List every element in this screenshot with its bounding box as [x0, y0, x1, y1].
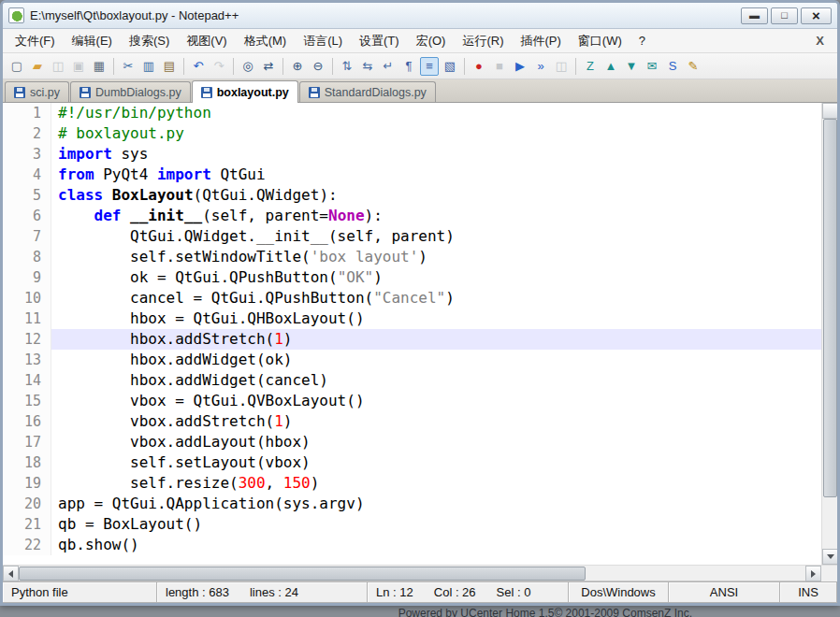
- menu-item-macro[interactable]: 宏(O): [408, 29, 455, 52]
- code-line-9[interactable]: 9 ok = QtGui.QPushButton("OK"): [3, 267, 821, 288]
- code-line-1[interactable]: 1#!/usr/bin/python: [3, 103, 821, 123]
- code-line-19[interactable]: 19 self.resize(300, 150): [3, 473, 821, 494]
- tab-boxlayout-py[interactable]: boxlayout.py: [192, 80, 298, 103]
- toolbar: ▢▰◫▣▦✂▥▤↶↷◎⇄⊕⊖⇅⇆↵¶≡▧●■▶»◫Z▲▼✉S✎: [3, 53, 837, 79]
- status-typing-mode[interactable]: INS: [779, 581, 837, 603]
- menu-item-view[interactable]: 视图(V): [178, 29, 235, 52]
- triangle-down-icon[interactable]: ▼: [622, 57, 641, 76]
- code-text: vbox = QtGui.QVBoxLayout(): [51, 391, 821, 411]
- sync-vertical-icon[interactable]: ⇅: [338, 57, 356, 76]
- redo-icon[interactable]: ↷: [210, 57, 228, 76]
- code-line-6[interactable]: 6 def __init__(self, parent=None):: [3, 206, 821, 226]
- title-bar[interactable]: E:\myself\Qt\boxlayout.py - Notepad++ ▬□…: [3, 3, 837, 29]
- code-line-14[interactable]: 14 hbox.addWidget(cancel): [3, 370, 821, 391]
- horizontal-scroll-thumb[interactable]: [19, 567, 586, 581]
- code-line-15[interactable]: 15 vbox = QtGui.QVBoxLayout(): [3, 391, 821, 411]
- vertical-scrollbar[interactable]: [821, 103, 837, 565]
- letter-s-icon[interactable]: S: [663, 57, 682, 76]
- code-line-12[interactable]: 12 hbox.addStretch(1): [3, 329, 821, 350]
- vertical-scroll-thumb[interactable]: [823, 119, 837, 497]
- menu-item-plugins[interactable]: 插件(P): [512, 29, 569, 52]
- new-file-icon[interactable]: ▢: [7, 57, 26, 76]
- code-line-16[interactable]: 16 vbox.addStretch(1): [3, 411, 821, 432]
- code-line-22[interactable]: 22qb.show(): [3, 535, 821, 555]
- code-line-5[interactable]: 5class BoxLayout(QtGui.QWidget):: [3, 185, 821, 206]
- indent-guide-icon[interactable]: ≡: [420, 57, 439, 76]
- menu-item-language[interactable]: 语言(L): [295, 29, 351, 52]
- code-line-21[interactable]: 21qb = BoxLayout(): [3, 514, 821, 535]
- scroll-right-button[interactable]: [805, 566, 821, 581]
- status-eol-label: Dos\Windows: [581, 585, 655, 599]
- zoom-in-icon[interactable]: ⊕: [288, 57, 307, 76]
- open-folder-icon[interactable]: ▰: [28, 57, 47, 76]
- code-line-20[interactable]: 20app = QtGui.QApplication(sys.argv): [3, 494, 821, 514]
- tab-label: StandardDialogs.py: [325, 86, 427, 99]
- menu-item-window[interactable]: 窗口(W): [570, 29, 630, 52]
- horizontal-scrollbar[interactable]: [3, 566, 821, 581]
- status-doc-size: length : 683 lines : 24: [156, 581, 368, 603]
- maximize-button[interactable]: □: [771, 7, 798, 24]
- vertical-scroll-track[interactable]: [822, 119, 837, 549]
- replace-icon[interactable]: ⇄: [259, 57, 278, 76]
- tab-dumbdialogs-py[interactable]: DumbDialogs.py: [70, 81, 191, 102]
- show-all-chars-icon[interactable]: ¶: [399, 57, 418, 76]
- paste-icon[interactable]: ▤: [160, 57, 179, 76]
- code-line-8[interactable]: 8 self.setWindowTitle('box layout'): [3, 247, 821, 267]
- undo-icon[interactable]: ↶: [189, 57, 208, 76]
- tab-bar: sci.pyDumbDialogs.pyboxlayout.pyStandard…: [3, 79, 837, 103]
- triangle-down-icon: [827, 554, 834, 559]
- code-line-4[interactable]: 4from PyQt4 import QtGui: [3, 165, 821, 185]
- menu-item-file[interactable]: 文件(F): [7, 29, 64, 52]
- word-wrap-icon[interactable]: ↵: [379, 57, 398, 76]
- run-macro-multiple-icon[interactable]: »: [531, 57, 550, 76]
- status-line-label: Ln : 12: [376, 585, 413, 599]
- menu-item-edit[interactable]: 编辑(E): [64, 29, 121, 52]
- user-dialog-icon[interactable]: ▧: [441, 57, 459, 76]
- code-line-3[interactable]: 3import sys: [3, 144, 821, 165]
- record-macro-icon[interactable]: ●: [470, 57, 488, 76]
- code-line-7[interactable]: 7 QtGui.QWidget.__init__(self, parent): [3, 226, 821, 247]
- close-button[interactable]: ×: [801, 7, 832, 24]
- print-icon[interactable]: ▦: [90, 57, 109, 76]
- scroll-down-button[interactable]: [822, 549, 838, 565]
- code-line-2[interactable]: 2# boxlayout.py: [3, 123, 821, 144]
- tab-standarddialogs-py[interactable]: StandardDialogs.py: [299, 81, 436, 102]
- copy-icon[interactable]: ▥: [139, 57, 158, 76]
- play-macro-icon[interactable]: ▶: [511, 57, 529, 76]
- triangle-up-icon[interactable]: ▲: [601, 57, 620, 76]
- menu-item-settings[interactable]: 设置(T): [351, 29, 408, 52]
- sort-z-icon[interactable]: Z: [581, 57, 600, 76]
- editor[interactable]: 1#!/usr/bin/python2# boxlayout.py3import…: [3, 103, 821, 565]
- cut-icon[interactable]: ✂: [119, 57, 138, 76]
- code-line-10[interactable]: 10 cancel = QtGui.QPushButton("Cancel"): [3, 288, 821, 308]
- line-number: 12: [3, 329, 51, 350]
- code-line-13[interactable]: 13 hbox.addWidget(ok): [3, 350, 821, 370]
- code-line-11[interactable]: 11 hbox = QtGui.QHBoxLayout(): [3, 308, 821, 329]
- sync-horizontal-icon[interactable]: ⇆: [358, 57, 377, 76]
- scroll-up-button[interactable]: [822, 103, 838, 119]
- tab-sci-py[interactable]: sci.py: [5, 81, 69, 102]
- menu-item-format[interactable]: 格式(M): [236, 29, 296, 52]
- zoom-out-icon[interactable]: ⊖: [309, 57, 327, 76]
- menu-item-help[interactable]: ?: [630, 29, 654, 52]
- minimize-button[interactable]: ▬: [741, 7, 768, 24]
- code-line-18[interactable]: 18 self.setLayout(vbox): [3, 452, 821, 473]
- file-icon: [309, 87, 320, 98]
- code-text: qb.show(): [51, 535, 821, 555]
- menu-item-run[interactable]: 运行(R): [454, 29, 512, 52]
- scroll-left-button[interactable]: [3, 566, 19, 581]
- line-number: 9: [3, 267, 51, 288]
- envelope-icon[interactable]: ✉: [643, 57, 661, 76]
- toolbar-separator: [464, 58, 465, 75]
- horizontal-scroll-track[interactable]: [19, 566, 805, 581]
- find-icon[interactable]: ◎: [239, 57, 257, 76]
- save-macro-icon[interactable]: ◫: [552, 57, 571, 76]
- save-all-icon[interactable]: ▣: [69, 57, 88, 76]
- save-icon[interactable]: ◫: [49, 57, 67, 76]
- code-line-17[interactable]: 17 vbox.addLayout(hbox): [3, 432, 821, 452]
- file-icon: [14, 87, 25, 98]
- menu-item-search[interactable]: 搜索(S): [121, 29, 178, 52]
- stop-macro-icon[interactable]: ■: [490, 57, 509, 76]
- menu-close-button[interactable]: X: [806, 34, 833, 48]
- pen-icon[interactable]: ✎: [684, 57, 702, 76]
